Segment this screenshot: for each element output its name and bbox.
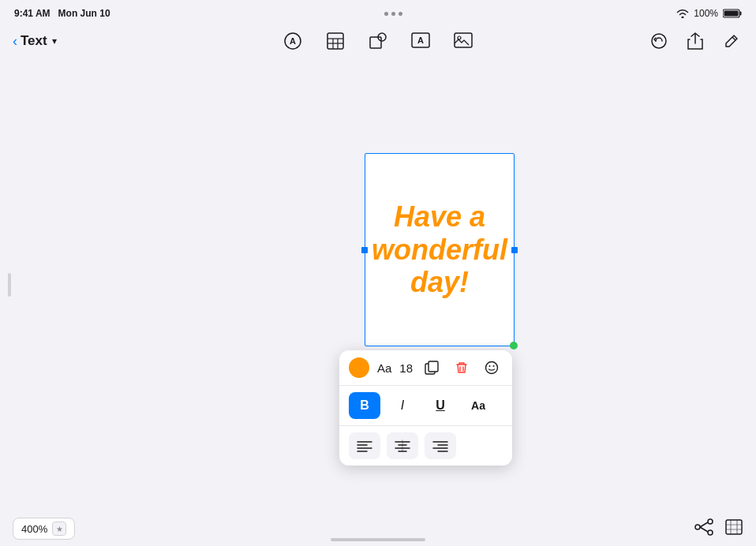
zoom-control[interactable]: 400% ★: [13, 518, 75, 540]
svg-rect-10: [370, 37, 381, 48]
toolbar-center-icons: A A: [281, 29, 475, 53]
svg-rect-5: [327, 33, 343, 49]
align-right-button[interactable]: [425, 432, 456, 459]
svg-point-19: [486, 362, 498, 374]
ft-row2: B I U Aa: [339, 386, 512, 426]
share-icon[interactable]: [683, 29, 707, 53]
delete-button[interactable]: [451, 357, 473, 379]
italic-button[interactable]: I: [387, 392, 418, 419]
svg-point-16: [652, 34, 666, 48]
wifi-icon: [676, 9, 689, 18]
copy-button[interactable]: [421, 357, 443, 379]
frame-icon[interactable]: [724, 518, 743, 540]
toolbar-right-icons: [647, 29, 743, 53]
svg-line-39: [700, 527, 708, 532]
font-style-button[interactable]: Aa: [462, 392, 494, 419]
svg-line-38: [700, 522, 708, 527]
handle-right[interactable]: [511, 247, 518, 253]
underline-button[interactable]: U: [425, 392, 456, 419]
svg-text:A: A: [290, 36, 296, 46]
star-icon: ★: [56, 525, 63, 533]
document-title: Text: [21, 33, 47, 49]
text-add-icon[interactable]: A: [409, 29, 432, 53]
battery-icon: [723, 9, 742, 18]
svg-point-36: [708, 519, 713, 524]
font-size-display[interactable]: 18: [399, 361, 413, 375]
bottom-right-icons: [694, 518, 743, 540]
status-right: 100%: [676, 8, 742, 19]
emoji-button[interactable]: [481, 357, 503, 379]
svg-rect-1: [740, 12, 742, 16]
color-picker-button[interactable]: [349, 357, 369, 378]
svg-rect-18: [429, 361, 438, 372]
svg-point-20: [489, 365, 491, 367]
status-time: 9:41 AM Mon Jun 10: [14, 8, 110, 19]
svg-rect-40: [726, 520, 742, 534]
document-title-area: Text ▾: [21, 33, 57, 49]
text-box-content: Have a wonderful day!: [365, 154, 514, 346]
text-box[interactable]: Have a wonderful day!: [365, 153, 515, 346]
edit-icon[interactable]: [720, 29, 743, 53]
connect-icon[interactable]: [694, 518, 713, 540]
font-button[interactable]: Aa: [377, 361, 391, 375]
undo-icon[interactable]: [647, 29, 671, 53]
svg-text:A: A: [417, 36, 424, 45]
align-center-button[interactable]: [387, 432, 418, 459]
back-button[interactable]: ‹: [13, 33, 17, 50]
battery-percent: 100%: [694, 8, 718, 19]
zoom-percent: 400%: [21, 523, 47, 535]
back-chevron-icon: ‹: [13, 33, 17, 50]
bold-button[interactable]: B: [349, 392, 380, 419]
svg-point-35: [695, 525, 700, 529]
svg-rect-2: [724, 11, 739, 17]
dot3: [399, 12, 402, 16]
image-icon[interactable]: [451, 29, 475, 53]
annotation-icon[interactable]: A: [281, 29, 305, 53]
dot1: [384, 12, 388, 16]
ft-row1: Aa 18: [339, 350, 512, 386]
status-bar: 9:41 AM Mon Jun 10 100%: [0, 0, 756, 24]
side-handle: [8, 273, 11, 297]
svg-point-37: [708, 530, 713, 535]
zoom-star-button[interactable]: ★: [52, 522, 66, 536]
home-indicator: [331, 538, 425, 541]
top-toolbar: ‹ Text ▾ A: [0, 24, 756, 58]
floating-toolbar: Aa 18: [339, 350, 512, 466]
handle-bottom-right[interactable]: [510, 342, 518, 350]
ft-row3: [339, 426, 512, 466]
svg-point-21: [493, 365, 495, 367]
shapes-icon[interactable]: [366, 29, 390, 53]
status-center-dots: [384, 12, 402, 16]
dot2: [391, 12, 395, 16]
align-left-button[interactable]: [349, 432, 380, 459]
table-icon[interactable]: [324, 29, 347, 53]
canvas-area[interactable]: Have a wonderful day! Aa 18: [0, 58, 756, 511]
handle-left[interactable]: [361, 247, 368, 253]
text-box-text: Have a wonderful day!: [372, 200, 507, 298]
title-dropdown-icon[interactable]: ▾: [52, 36, 57, 47]
svg-point-15: [458, 36, 461, 39]
